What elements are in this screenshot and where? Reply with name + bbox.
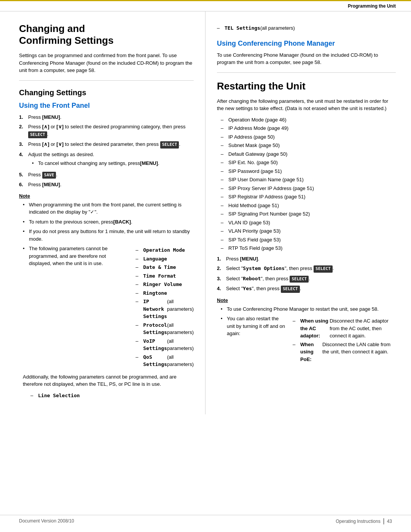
additionally-item-1: Line Selection: [30, 392, 194, 399]
rs-3: 3. Select "Reboot", then press SELECT.: [217, 275, 396, 283]
footer-label: Operating Instructions: [336, 519, 380, 524]
rp-13: VLAN ID (page 53): [217, 219, 396, 227]
footer-right: Operating Instructions 43: [336, 518, 392, 524]
rp-9: SIP Proxy Server IP Address (page 51): [217, 185, 396, 192]
restart-params-list: Operation Mode (page 46) IP Address Mode…: [217, 116, 396, 252]
restart-sub-list: When using the AC adaptor: Disconnect th…: [293, 317, 396, 364]
conferencing-para: To use Conferencing Phone Manager (found…: [217, 51, 396, 66]
save-badge: SAVE: [42, 172, 56, 179]
poe-item: When using PoE: Disconnect the LAN cable…: [293, 341, 396, 363]
restart-steps-list: 1. Press [MENU]. 2. Select "System Optio…: [217, 255, 396, 293]
nd-item-6: Ringtone: [135, 289, 194, 297]
note-bullet-1: When programming the unit from the front…: [19, 201, 194, 216]
restart-title: Restarting the Unit: [217, 80, 396, 92]
tel-settings-item: TEL Settings (all parameters): [217, 24, 396, 32]
conferencing-heading: Using Conferencing Phone Manager: [217, 40, 396, 48]
nd-item-5: Ringer Volume: [135, 281, 194, 288]
note-bullet-2: To return to the previous screen, press …: [19, 218, 194, 226]
rp-1: Operation Mode (page 46): [217, 116, 396, 124]
select-badge-2: SELECT: [28, 131, 47, 139]
front-panel-heading: Using the Front Panel: [19, 102, 194, 110]
rs-4: 4. Select "Yes", then press SELECT.: [217, 285, 396, 293]
additionally-list: Line Selection: [30, 392, 194, 399]
step-2: 2. Press [∧] or [∨] to select the desire…: [19, 123, 194, 138]
rp-3: IP Address (page 50): [217, 133, 396, 141]
nd-item-10: QoS Settings (all parameters): [135, 353, 194, 368]
nd-item-3: Date & Time: [135, 264, 194, 271]
rp-15: SIP ToS Field (page 53): [217, 236, 396, 244]
main-title: Changing and Confirming Settings: [19, 23, 194, 46]
rp-5: Default Gateway (page 50): [217, 150, 396, 158]
additionally-para: Additionally, the following parameters c…: [19, 373, 194, 388]
step-1: 1. Press [MENU].: [19, 113, 194, 121]
rp-6: SIP Ext. No. (page 50): [217, 159, 396, 166]
note-bullet-3: If you do not press any buttons for 1 mi…: [19, 228, 194, 243]
front-panel-steps: 1. Press [MENU]. 2. Press [∧] or [∨] to …: [19, 113, 194, 189]
rs-2: 2. Select "System Options", then press S…: [217, 265, 396, 273]
intro-paragraph: Settings can be programmed and confirmed…: [19, 52, 194, 74]
select-badge-rs2: SELECT: [314, 265, 333, 273]
restart-intro: After changing the following parameters,…: [217, 97, 396, 112]
rp-2: IP Address Mode (page 49): [217, 125, 396, 132]
nd-item-2: Language: [135, 255, 194, 263]
rn-2: You can also restart the unit by turning…: [217, 315, 396, 366]
rp-8: SIP User Domain Name (page 51): [217, 176, 396, 184]
nd-item-1: Operation Mode: [135, 246, 194, 254]
rp-14: VLAN Priority (page 53): [217, 227, 396, 235]
rs-1: 1. Press [MENU].: [217, 255, 396, 263]
left-column: Changing and Confirming Settings Setting…: [0, 11, 206, 414]
restart-note-bullets: To use Conferencing Phone Manager to res…: [217, 305, 396, 366]
rp-7: SIP Password (page 51): [217, 168, 396, 175]
step-4: 4. Adjust the settings as desired. To ca…: [19, 151, 194, 169]
step-4-sub: To cancel without changing any settings,…: [32, 160, 194, 167]
step-4-sub-item: To cancel without changing any settings,…: [32, 160, 194, 167]
select-badge-3: SELECT: [160, 141, 179, 149]
note-bullets: When programming the unit from the front…: [19, 201, 194, 371]
footer-divider: [384, 518, 384, 524]
note-section: Note When programming the unit from the …: [19, 193, 194, 399]
restart-section: Restarting the Unit After changing the f…: [217, 80, 396, 366]
ac-adaptor-item: When using the AC adaptor: Disconnect th…: [293, 317, 396, 340]
right-column: TEL Settings (all parameters) Using Conf…: [206, 11, 411, 414]
changing-settings-title: Changing Settings: [19, 88, 194, 97]
restart-note-section: Note To use Conferencing Phone Manager t…: [217, 297, 396, 366]
footer-doc-version: Document Version 2008/10: [19, 518, 74, 524]
step-5: 5. Press SAVE.: [19, 171, 194, 179]
rp-16: RTP ToS Field (page 53): [217, 244, 396, 252]
note-label: Note: [19, 193, 194, 199]
select-badge-rs3: SELECT: [290, 276, 309, 283]
step-6: 6. Press [MENU].: [19, 181, 194, 189]
step-3: 3. Press [∧] or [∨] to select the desire…: [19, 141, 194, 149]
footer-page: 43: [387, 519, 392, 524]
nd-item-7: IP Network Settings (all parameters): [135, 298, 194, 320]
page-header: Programming the Unit: [0, 0, 411, 11]
rp-4: Subnet Mask (page 50): [217, 142, 396, 149]
rp-11: Hold Method (page 51): [217, 202, 396, 209]
nd-item-8: Protocol Settings (all parameters): [135, 321, 194, 336]
restart-note-label: Note: [217, 297, 396, 303]
rp-10: SIP Registrar IP Address (page 51): [217, 193, 396, 201]
not-displayed-list: Operation Mode Language Date & Time Time…: [135, 246, 194, 369]
rn-1: To use Conferencing Phone Manager to res…: [217, 305, 396, 313]
nd-item-9: VoIP Settings (all parameters): [135, 337, 194, 352]
header-title: Programming the Unit: [348, 3, 396, 9]
main-content: Changing and Confirming Settings Setting…: [0, 11, 411, 414]
tel-settings-list: TEL Settings (all parameters): [217, 24, 396, 32]
note-bullet-4: The following parameters cannot be progr…: [19, 245, 194, 371]
nd-item-4: Time Format: [135, 272, 194, 280]
select-badge-rs4: SELECT: [281, 286, 300, 293]
rp-12: SIP Signaling Port Number (page 52): [217, 210, 396, 218]
page-footer: Document Version 2008/10 Operating Instr…: [0, 515, 411, 524]
